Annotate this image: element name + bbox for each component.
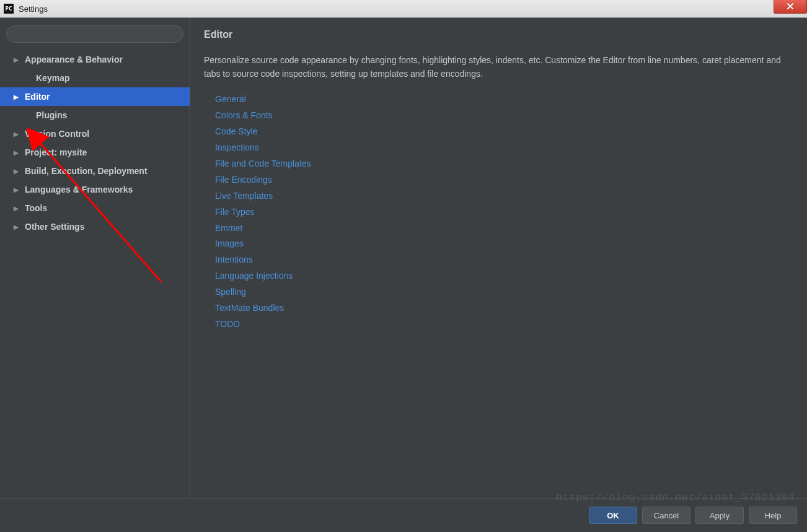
tree-item-tools[interactable]: ▶Tools xyxy=(0,199,190,217)
chevron-right-icon: ▶ xyxy=(14,186,21,193)
chevron-right-icon: ▶ xyxy=(14,131,21,137)
editor-link-file-types[interactable]: File Types xyxy=(215,204,793,220)
content-description: Personalize source code appearance by ch… xyxy=(204,54,793,81)
window-title: Settings xyxy=(19,4,48,14)
editor-link-file-encodings[interactable]: File Encodings xyxy=(215,172,793,188)
chevron-right-icon: ▶ xyxy=(14,168,21,175)
settings-tree: ▶Appearance & BehaviorKeymap▶EditorPlugi… xyxy=(0,50,190,236)
editor-link-colors-fonts[interactable]: Colors & Fonts xyxy=(215,108,793,124)
chevron-right-icon: ▶ xyxy=(14,224,21,230)
content-heading: Editor xyxy=(204,29,793,40)
settings-body: ▶Appearance & BehaviorKeymap▶EditorPlugi… xyxy=(0,18,807,498)
editor-link-textmate-bundles[interactable]: TextMate Bundles xyxy=(215,300,793,316)
tree-item-languages-frameworks[interactable]: ▶Languages & Frameworks xyxy=(0,180,190,199)
tree-item-label: Tools xyxy=(25,203,47,213)
tree-item-label: Languages & Frameworks xyxy=(25,185,133,194)
editor-link-file-and-code-templates[interactable]: File and Code Templates xyxy=(215,156,793,172)
tree-item-plugins[interactable]: Plugins xyxy=(0,106,190,124)
ok-button[interactable]: OK xyxy=(589,507,637,524)
editor-link-live-templates[interactable]: Live Templates xyxy=(215,188,793,204)
tree-item-label: Version Control xyxy=(25,129,89,139)
editor-sublinks: GeneralColors & FontsCode StyleInspectio… xyxy=(215,92,793,332)
editor-link-general[interactable]: General xyxy=(215,92,793,108)
tree-item-project-mysite[interactable]: ▶Project: mysite xyxy=(0,143,190,162)
tree-item-build-execution-deployment[interactable]: ▶Build, Execution, Deployment xyxy=(0,162,190,180)
close-icon xyxy=(787,2,794,10)
tree-item-label: Plugins xyxy=(36,110,68,120)
tree-item-label: Keymap xyxy=(36,73,69,83)
editor-link-spelling[interactable]: Spelling xyxy=(215,284,793,300)
app-icon: PC xyxy=(4,4,14,14)
editor-link-todo[interactable]: TODO xyxy=(215,316,793,333)
editor-link-inspections[interactable]: Inspections xyxy=(215,140,793,156)
apply-button[interactable]: Apply xyxy=(695,507,744,524)
chevron-right-icon: ▶ xyxy=(14,94,21,100)
settings-sidebar: ▶Appearance & BehaviorKeymap▶EditorPlugi… xyxy=(0,18,190,498)
cancel-button[interactable]: Cancel xyxy=(642,507,690,524)
editor-link-language-injections[interactable]: Language Injections xyxy=(215,268,793,284)
settings-content: Editor Personalize source code appearanc… xyxy=(190,18,807,498)
chevron-right-icon: ▶ xyxy=(14,56,21,63)
editor-link-emmet[interactable]: Emmet xyxy=(215,220,793,237)
chevron-right-icon: ▶ xyxy=(14,149,21,156)
help-button[interactable]: Help xyxy=(749,507,797,524)
chevron-right-icon: ▶ xyxy=(14,205,21,212)
tree-item-keymap[interactable]: Keymap xyxy=(0,69,190,87)
editor-link-code-style[interactable]: Code Style xyxy=(215,124,793,140)
tree-item-label: Build, Execution, Deployment xyxy=(25,166,148,176)
tree-item-appearance-behavior[interactable]: ▶Appearance & Behavior xyxy=(0,50,190,69)
titlebar: PC Settings xyxy=(0,0,807,18)
tree-item-label: Editor xyxy=(25,92,50,102)
editor-link-images[interactable]: Images xyxy=(215,236,793,252)
tree-item-label: Other Settings xyxy=(25,222,84,232)
tree-item-other-settings[interactable]: ▶Other Settings xyxy=(0,217,190,236)
close-button[interactable] xyxy=(774,0,807,14)
settings-search-input[interactable] xyxy=(6,25,183,43)
tree-item-label: Project: mysite xyxy=(25,147,87,157)
tree-item-editor[interactable]: ▶Editor xyxy=(0,87,190,106)
tree-item-version-control[interactable]: ▶Version Control xyxy=(0,124,190,143)
tree-item-label: Appearance & Behavior xyxy=(25,55,123,64)
dialog-button-bar: OK Cancel Apply Help xyxy=(0,498,807,532)
editor-link-intentions[interactable]: Intentions xyxy=(215,252,793,268)
